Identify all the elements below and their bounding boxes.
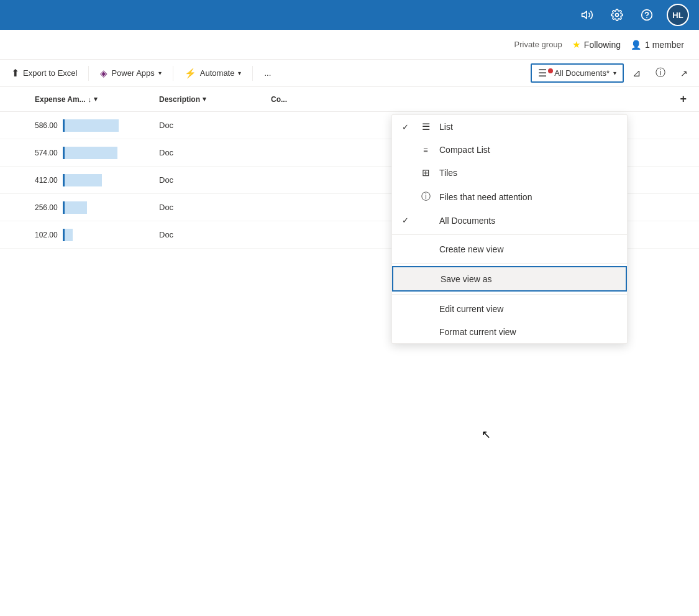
more-options-button[interactable]: ... — [258, 66, 277, 80]
private-group-label: Private group — [514, 40, 562, 49]
dropdown-item-files-attention[interactable]: ✓ ⓘ Files that need attention — [392, 185, 627, 209]
desc-cell: Doc — [154, 203, 266, 212]
check-icon: ✓ — [402, 122, 412, 132]
dropdown-item-tiles[interactable]: ✓ ⊞ Tiles — [392, 161, 627, 185]
desc-column-header[interactable]: Description ▾ — [154, 95, 266, 104]
more-icon: ... — [264, 68, 271, 78]
export-icon: ⬆ — [11, 67, 19, 79]
info-button[interactable]: ⓘ — [649, 64, 672, 82]
dropdown-item-list[interactable]: ✓ ☰ List — [392, 115, 627, 139]
megaphone-icon[interactable] — [577, 5, 597, 25]
help-icon[interactable] — [637, 5, 657, 25]
bar-container: 412.00 — [35, 174, 102, 186]
dropdown-item-label: Format current view — [439, 327, 516, 337]
topbar: HL — [0, 0, 699, 30]
filter-button[interactable]: ⊿ — [626, 65, 647, 81]
dropdown-divider — [392, 234, 627, 235]
svg-point-1 — [616, 14, 619, 17]
expand-icon: ↗ — [680, 68, 688, 78]
desc-cell: Doc — [154, 230, 266, 239]
desc-cell: Doc — [154, 121, 266, 130]
dropdown-item-format-current-view[interactable]: ✓ ○ Format current view — [392, 320, 627, 343]
content-area: Expense Am... ↓ ▾ Description ▾ Co... + … — [0, 87, 699, 616]
expense-bar — [63, 201, 87, 214]
member-count[interactable]: 👤 1 member — [631, 40, 684, 50]
power-apps-button[interactable]: ◈ Power Apps ▾ — [94, 65, 167, 81]
dropdown-item-label: Compact List — [439, 145, 490, 155]
bar-container: 574.00 — [35, 147, 117, 159]
view-label: All Documents* — [554, 68, 610, 78]
list-icon: ☰ — [419, 121, 432, 132]
powerapps-icon: ◈ — [100, 68, 107, 79]
export-to-excel-button[interactable]: ⬆ Export to Excel — [5, 65, 83, 81]
dropdown-item-label: Save view as — [441, 274, 491, 284]
powerapps-chevron-icon: ▾ — [158, 70, 162, 76]
dropdown-item-compact-list[interactable]: ✓ ≡ Compact List — [392, 139, 627, 161]
bar-value: 256.00 — [35, 203, 58, 212]
dropdown-item-label: Create new view — [439, 244, 504, 254]
dropdown-item-edit-current-view[interactable]: ✓ ○ Edit current view — [392, 297, 627, 320]
tiles-icon: ⊞ — [419, 167, 432, 178]
expense-sort-icon[interactable]: ↓ — [88, 96, 92, 103]
bar-value: 574.00 — [35, 149, 58, 157]
view-dropdown-menu: ✓ ☰ List ✓ ≡ Compact List ✓ ⊞ Tiles ✓ ⓘ … — [391, 114, 628, 344]
bar-container: 102.00 — [35, 229, 73, 241]
bar-container: 256.00 — [35, 201, 87, 214]
expense-bar — [63, 229, 73, 241]
person-icon: 👤 — [631, 40, 641, 50]
dropdown-item-all-documents[interactable]: ✓ ○ All Documents — [392, 209, 627, 232]
bar-cell: 574.00 — [30, 147, 154, 159]
check-icon: ✓ — [402, 216, 412, 225]
dropdown-item-label: Tiles — [439, 168, 457, 178]
bar-cell: 256.00 — [30, 201, 154, 214]
expense-column-header[interactable]: Expense Am... ↓ ▾ — [30, 95, 154, 104]
avatar[interactable]: HL — [667, 4, 689, 26]
bar-cell: 412.00 — [30, 174, 154, 186]
view-dropdown-button[interactable]: ☰ All Documents* ▾ — [531, 63, 624, 83]
desc-cell: Doc — [154, 148, 266, 157]
expense-bar — [63, 119, 119, 132]
table-header: Expense Am... ↓ ▾ Description ▾ Co... + — [0, 87, 699, 112]
bar-value: 586.00 — [35, 121, 58, 130]
dropdown-item-create-new-view[interactable]: ✓ ○ Create new view — [392, 237, 627, 260]
filter-icon: ⊿ — [633, 67, 641, 79]
separator-1 — [88, 66, 89, 81]
desc-cell: Doc — [154, 175, 266, 185]
automate-chevron-icon: ▾ — [238, 70, 241, 76]
add-column-button[interactable]: + — [672, 93, 694, 106]
expense-bar — [63, 147, 117, 159]
dropdown-item-label: All Documents — [439, 216, 495, 226]
view-chevron-icon: ▾ — [613, 70, 616, 76]
automate-icon: ⚡ — [185, 68, 196, 79]
automate-button[interactable]: ⚡ Automate ▾ — [178, 65, 248, 81]
desc-col-chevron[interactable]: ▾ — [203, 95, 206, 103]
expense-bar — [63, 174, 102, 186]
automate-label: Automate — [200, 68, 235, 78]
dropdown-item-label: Files that need attention — [439, 192, 532, 202]
expense-col-chevron[interactable]: ▾ — [94, 95, 98, 103]
bar-value: 102.00 — [35, 231, 58, 239]
dropdown-item-save-view-as[interactable]: ✓ ○ Save view as — [392, 266, 627, 292]
dropdown-item-label: List — [439, 122, 453, 132]
bar-cell: 102.00 — [30, 229, 154, 241]
separator-3 — [252, 66, 253, 81]
expand-button[interactable]: ↗ — [674, 66, 694, 81]
powerapps-label: Power Apps — [111, 68, 154, 78]
settings-icon[interactable] — [607, 5, 627, 25]
bar-value: 412.00 — [35, 176, 58, 185]
cont-column-header[interactable]: Co... — [266, 95, 340, 104]
svg-marker-0 — [582, 11, 587, 19]
following-button[interactable]: ★ Following — [572, 39, 621, 50]
separator-2 — [173, 66, 173, 81]
export-label: Export to Excel — [23, 68, 77, 78]
info-icon: ⓘ — [656, 67, 665, 80]
bar-cell: 586.00 — [30, 119, 154, 132]
list-icon: ☰ — [538, 67, 547, 79]
member-label: 1 member — [645, 40, 684, 50]
info-circle-icon: ⓘ — [419, 191, 432, 203]
compact-list-icon: ≡ — [419, 145, 432, 155]
star-icon: ★ — [572, 39, 580, 50]
expense-col-label: Expense Am... — [35, 95, 86, 104]
bar-container: 586.00 — [35, 119, 119, 132]
following-label: Following — [584, 40, 621, 50]
